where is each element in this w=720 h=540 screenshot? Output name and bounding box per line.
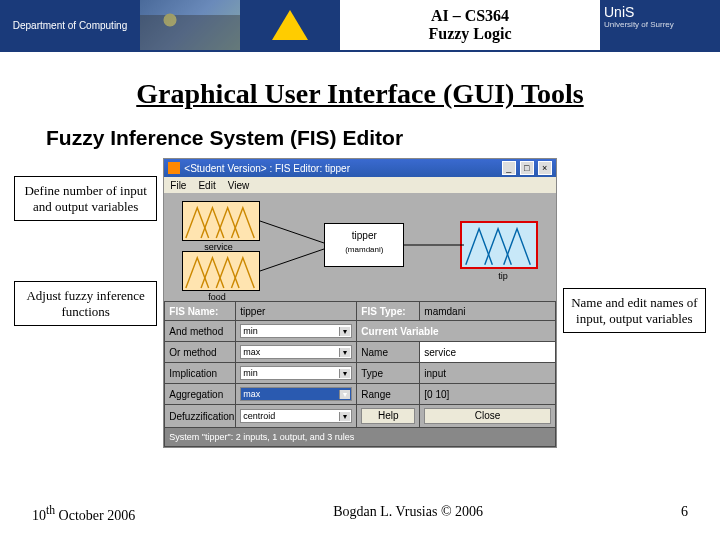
- fis-type-value: mamdani: [420, 302, 554, 320]
- minimize-button[interactable]: _: [502, 161, 516, 175]
- var-range-label: Range: [357, 384, 419, 404]
- university-name: University of Surrey: [604, 20, 716, 29]
- var-range-value: [0 10]: [420, 384, 554, 404]
- or-dropdown[interactable]: max: [240, 345, 352, 359]
- footer: 10th October 2006 Bogdan L. Vrusias © 20…: [0, 504, 720, 524]
- footer-date: 10th October 2006: [32, 504, 135, 524]
- fis-name-label: FIS Name:: [165, 302, 235, 320]
- maximize-button[interactable]: □: [520, 161, 534, 175]
- var-name-label: Name: [357, 342, 419, 362]
- department-text: Department of Computing: [13, 20, 128, 31]
- fis-menubar: File Edit View: [164, 177, 555, 193]
- course-code: AI – CS364: [431, 7, 509, 25]
- department-badge: Department of Computing: [0, 0, 140, 50]
- fis-name-value: tipper: [236, 302, 356, 320]
- fis-titlebar: <Student Version> : FIS Editor: tipper _…: [164, 159, 555, 177]
- fis-properties-grid: FIS Name: tipper FIS Type: mamdani And m…: [164, 301, 555, 447]
- callout-define-io: Define number of input and output variab…: [14, 176, 157, 221]
- matlab-icon: [168, 162, 180, 174]
- course-topic: Fuzzy Logic: [428, 25, 511, 43]
- fis-diagram: service food tipper (mamdani) tip: [164, 193, 555, 301]
- and-label: And method: [165, 321, 235, 341]
- agg-label: Aggregation: [165, 384, 235, 404]
- fis-window-title: <Student Version> : FIS Editor: tipper: [184, 163, 350, 174]
- and-dropdown[interactable]: min: [240, 324, 352, 338]
- menu-file[interactable]: File: [170, 180, 186, 191]
- output-var-tip[interactable]: [460, 221, 538, 269]
- fis-system-block[interactable]: tipper (mamdani): [324, 223, 404, 267]
- var-name-value[interactable]: service: [420, 342, 554, 362]
- var-type-value: input: [420, 363, 554, 383]
- header-triangle-logo: [240, 0, 340, 50]
- system-name: tipper: [325, 230, 403, 241]
- header-photo: [140, 0, 240, 50]
- menu-edit[interactable]: Edit: [198, 180, 215, 191]
- footer-author: Bogdan L. Vrusias © 2006: [333, 504, 483, 524]
- agg-dropdown[interactable]: max: [240, 387, 352, 401]
- page-title: Graphical User Interface (GUI) Tools: [0, 78, 720, 110]
- def-dropdown[interactable]: centroid: [240, 409, 352, 423]
- fis-editor-window: <Student Version> : FIS Editor: tipper _…: [163, 158, 556, 448]
- or-label: Or method: [165, 342, 235, 362]
- header: Department of Computing AI – CS364 Fuzzy…: [0, 0, 720, 52]
- status-bar: System "tipper": 2 inputs, 1 output, and…: [165, 428, 554, 446]
- callouts-right: Name and edit names of input, output var…: [563, 158, 706, 333]
- callout-adjust-functions: Adjust fuzzy inference functions: [14, 281, 157, 326]
- system-type: (mamdani): [325, 245, 403, 254]
- university-badge: UniS University of Surrey: [600, 0, 720, 50]
- imp-dropdown[interactable]: min: [240, 366, 352, 380]
- unis-logo: UniS: [604, 4, 716, 20]
- output-label: tip: [498, 271, 508, 281]
- callouts-left: Define number of input and output variab…: [14, 158, 157, 326]
- fis-type-label: FIS Type:: [357, 302, 419, 320]
- section-heading: Fuzzy Inference System (FIS) Editor: [46, 126, 720, 150]
- imp-label: Implication: [165, 363, 235, 383]
- course-title-block: AI – CS364 Fuzzy Logic: [340, 0, 600, 50]
- footer-page: 6: [681, 504, 688, 524]
- svg-line-0: [260, 221, 324, 243]
- def-label: Defuzzification: [165, 405, 235, 427]
- input1-label: service: [204, 242, 233, 252]
- input-var-food[interactable]: [182, 251, 260, 291]
- input2-label: food: [208, 292, 226, 302]
- menu-view[interactable]: View: [228, 180, 250, 191]
- close-button[interactable]: ×: [538, 161, 552, 175]
- input-var-service[interactable]: [182, 201, 260, 241]
- current-var-heading: Current Variable: [357, 321, 554, 341]
- help-button[interactable]: Help: [361, 408, 415, 424]
- callout-name-edit: Name and edit names of input, output var…: [563, 288, 706, 333]
- svg-line-1: [260, 249, 324, 271]
- close-button-panel[interactable]: Close: [424, 408, 550, 424]
- var-type-label: Type: [357, 363, 419, 383]
- content-area: Define number of input and output variab…: [0, 158, 720, 448]
